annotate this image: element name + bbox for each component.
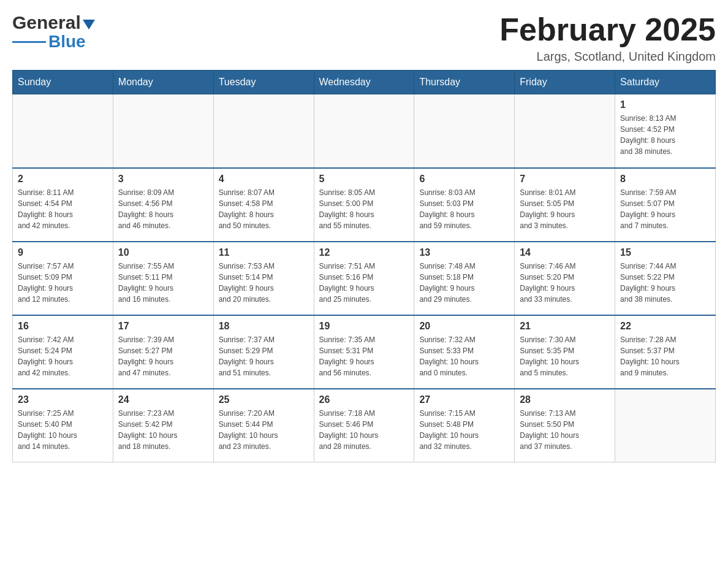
table-row: 21Sunrise: 7:30 AM Sunset: 5:35 PM Dayli… bbox=[515, 315, 615, 389]
day-info: Sunrise: 7:15 AM Sunset: 5:48 PM Dayligh… bbox=[419, 408, 509, 452]
calendar-header-row: Sunday Monday Tuesday Wednesday Thursday… bbox=[13, 71, 716, 94]
day-info: Sunrise: 7:32 AM Sunset: 5:33 PM Dayligh… bbox=[419, 334, 509, 378]
logo-general-text: General bbox=[12, 12, 81, 33]
day-info: Sunrise: 7:20 AM Sunset: 5:44 PM Dayligh… bbox=[219, 408, 309, 452]
day-info: Sunrise: 7:28 AM Sunset: 5:37 PM Dayligh… bbox=[620, 334, 710, 378]
logo-line bbox=[12, 41, 46, 43]
day-info: Sunrise: 7:18 AM Sunset: 5:46 PM Dayligh… bbox=[319, 408, 409, 452]
table-row bbox=[113, 94, 213, 168]
table-row: 28Sunrise: 7:13 AM Sunset: 5:50 PM Dayli… bbox=[515, 389, 615, 462]
day-info: Sunrise: 7:13 AM Sunset: 5:50 PM Dayligh… bbox=[520, 408, 610, 452]
day-info: Sunrise: 8:05 AM Sunset: 5:00 PM Dayligh… bbox=[319, 187, 409, 231]
day-number: 26 bbox=[319, 394, 409, 405]
day-number: 20 bbox=[419, 321, 509, 332]
table-row: 1Sunrise: 8:13 AM Sunset: 4:52 PM Daylig… bbox=[615, 94, 716, 168]
day-info: Sunrise: 8:13 AM Sunset: 4:52 PM Dayligh… bbox=[620, 113, 710, 157]
day-number: 6 bbox=[419, 174, 509, 185]
calendar-week-row: 1Sunrise: 8:13 AM Sunset: 4:52 PM Daylig… bbox=[13, 94, 716, 168]
table-row: 16Sunrise: 7:42 AM Sunset: 5:24 PM Dayli… bbox=[13, 315, 113, 389]
header-saturday: Saturday bbox=[615, 71, 716, 94]
header-monday: Monday bbox=[113, 71, 213, 94]
day-number: 27 bbox=[419, 394, 509, 405]
table-row bbox=[314, 94, 414, 168]
table-row: 17Sunrise: 7:39 AM Sunset: 5:27 PM Dayli… bbox=[113, 315, 213, 389]
day-info: Sunrise: 7:25 AM Sunset: 5:40 PM Dayligh… bbox=[18, 408, 108, 452]
header-sunday: Sunday bbox=[13, 71, 113, 94]
day-info: Sunrise: 7:48 AM Sunset: 5:18 PM Dayligh… bbox=[419, 261, 509, 305]
calendar-table: Sunday Monday Tuesday Wednesday Thursday… bbox=[12, 70, 716, 462]
day-number: 8 bbox=[620, 174, 710, 185]
day-number: 1 bbox=[620, 99, 710, 110]
table-row: 26Sunrise: 7:18 AM Sunset: 5:46 PM Dayli… bbox=[314, 389, 414, 462]
day-info: Sunrise: 7:53 AM Sunset: 5:14 PM Dayligh… bbox=[219, 261, 309, 305]
header-wednesday: Wednesday bbox=[314, 71, 414, 94]
calendar-week-row: 2Sunrise: 8:11 AM Sunset: 4:54 PM Daylig… bbox=[13, 168, 716, 242]
calendar-week-row: 9Sunrise: 7:57 AM Sunset: 5:09 PM Daylig… bbox=[13, 242, 716, 315]
calendar-week-row: 23Sunrise: 7:25 AM Sunset: 5:40 PM Dayli… bbox=[13, 389, 716, 462]
day-info: Sunrise: 7:59 AM Sunset: 5:07 PM Dayligh… bbox=[620, 187, 710, 231]
table-row: 8Sunrise: 7:59 AM Sunset: 5:07 PM Daylig… bbox=[615, 168, 716, 242]
table-row: 25Sunrise: 7:20 AM Sunset: 5:44 PM Dayli… bbox=[213, 389, 314, 462]
day-number: 5 bbox=[319, 174, 409, 185]
day-info: Sunrise: 8:03 AM Sunset: 5:03 PM Dayligh… bbox=[419, 187, 509, 231]
location-subtitle: Largs, Scotland, United Kingdom bbox=[499, 50, 716, 64]
table-row: 11Sunrise: 7:53 AM Sunset: 5:14 PM Dayli… bbox=[213, 242, 314, 315]
table-row bbox=[13, 94, 113, 168]
day-info: Sunrise: 7:51 AM Sunset: 5:16 PM Dayligh… bbox=[319, 261, 409, 305]
table-row: 18Sunrise: 7:37 AM Sunset: 5:29 PM Dayli… bbox=[213, 315, 314, 389]
table-row: 20Sunrise: 7:32 AM Sunset: 5:33 PM Dayli… bbox=[414, 315, 515, 389]
page-header: General Blue February 2025 Largs, Scotla… bbox=[12, 12, 716, 64]
day-info: Sunrise: 7:44 AM Sunset: 5:22 PM Dayligh… bbox=[620, 261, 710, 305]
table-row: 27Sunrise: 7:15 AM Sunset: 5:48 PM Dayli… bbox=[414, 389, 515, 462]
header-thursday: Thursday bbox=[414, 71, 515, 94]
table-row: 15Sunrise: 7:44 AM Sunset: 5:22 PM Dayli… bbox=[615, 242, 716, 315]
day-number: 14 bbox=[520, 247, 610, 258]
table-row: 23Sunrise: 7:25 AM Sunset: 5:40 PM Dayli… bbox=[13, 389, 113, 462]
day-info: Sunrise: 7:39 AM Sunset: 5:27 PM Dayligh… bbox=[118, 334, 208, 378]
table-row: 3Sunrise: 8:09 AM Sunset: 4:56 PM Daylig… bbox=[113, 168, 213, 242]
day-info: Sunrise: 8:01 AM Sunset: 5:05 PM Dayligh… bbox=[520, 187, 610, 231]
table-row: 13Sunrise: 7:48 AM Sunset: 5:18 PM Dayli… bbox=[414, 242, 515, 315]
day-number: 16 bbox=[18, 321, 108, 332]
table-row: 9Sunrise: 7:57 AM Sunset: 5:09 PM Daylig… bbox=[13, 242, 113, 315]
table-row: 2Sunrise: 8:11 AM Sunset: 4:54 PM Daylig… bbox=[13, 168, 113, 242]
table-row bbox=[515, 94, 615, 168]
table-row: 12Sunrise: 7:51 AM Sunset: 5:16 PM Dayli… bbox=[314, 242, 414, 315]
day-number: 12 bbox=[319, 247, 409, 258]
day-number: 22 bbox=[620, 321, 710, 332]
table-row: 4Sunrise: 8:07 AM Sunset: 4:58 PM Daylig… bbox=[213, 168, 314, 242]
table-row: 5Sunrise: 8:05 AM Sunset: 5:00 PM Daylig… bbox=[314, 168, 414, 242]
day-info: Sunrise: 8:09 AM Sunset: 4:56 PM Dayligh… bbox=[118, 187, 208, 231]
day-number: 24 bbox=[118, 394, 208, 405]
day-info: Sunrise: 7:57 AM Sunset: 5:09 PM Dayligh… bbox=[18, 261, 108, 305]
day-info: Sunrise: 7:55 AM Sunset: 5:11 PM Dayligh… bbox=[118, 261, 208, 305]
day-number: 19 bbox=[319, 321, 409, 332]
table-row bbox=[414, 94, 515, 168]
logo-blue-text: Blue bbox=[48, 32, 86, 52]
title-section: February 2025 Largs, Scotland, United Ki… bbox=[499, 12, 716, 64]
table-row: 7Sunrise: 8:01 AM Sunset: 5:05 PM Daylig… bbox=[515, 168, 615, 242]
header-friday: Friday bbox=[515, 71, 615, 94]
day-number: 2 bbox=[18, 174, 108, 185]
day-number: 4 bbox=[219, 174, 309, 185]
calendar-week-row: 16Sunrise: 7:42 AM Sunset: 5:24 PM Dayli… bbox=[13, 315, 716, 389]
day-number: 18 bbox=[219, 321, 309, 332]
table-row: 19Sunrise: 7:35 AM Sunset: 5:31 PM Dayli… bbox=[314, 315, 414, 389]
day-number: 23 bbox=[18, 394, 108, 405]
day-info: Sunrise: 7:37 AM Sunset: 5:29 PM Dayligh… bbox=[219, 334, 309, 378]
table-row: 6Sunrise: 8:03 AM Sunset: 5:03 PM Daylig… bbox=[414, 168, 515, 242]
day-info: Sunrise: 8:11 AM Sunset: 4:54 PM Dayligh… bbox=[18, 187, 108, 231]
day-number: 9 bbox=[18, 247, 108, 258]
day-number: 28 bbox=[520, 394, 610, 405]
day-info: Sunrise: 7:23 AM Sunset: 5:42 PM Dayligh… bbox=[118, 408, 208, 452]
day-info: Sunrise: 7:35 AM Sunset: 5:31 PM Dayligh… bbox=[319, 334, 409, 378]
table-row: 22Sunrise: 7:28 AM Sunset: 5:37 PM Dayli… bbox=[615, 315, 716, 389]
table-row: 24Sunrise: 7:23 AM Sunset: 5:42 PM Dayli… bbox=[113, 389, 213, 462]
day-info: Sunrise: 7:46 AM Sunset: 5:20 PM Dayligh… bbox=[520, 261, 610, 305]
day-number: 15 bbox=[620, 247, 710, 258]
day-number: 21 bbox=[520, 321, 610, 332]
header-tuesday: Tuesday bbox=[213, 71, 314, 94]
table-row bbox=[213, 94, 314, 168]
day-number: 10 bbox=[118, 247, 208, 258]
logo: General Blue bbox=[12, 12, 95, 52]
